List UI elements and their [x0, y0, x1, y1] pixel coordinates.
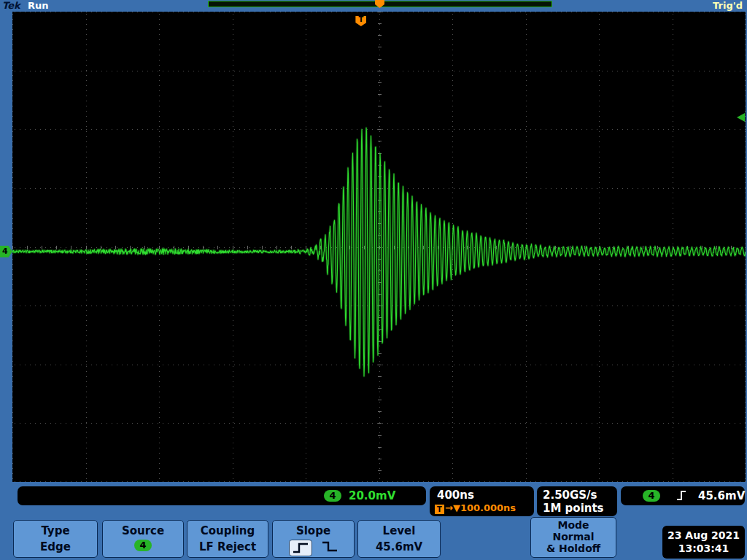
- tek-logo: Tek: [2, 0, 20, 11]
- channel-4-scale-value: 20.0mV: [349, 489, 395, 502]
- waveform-display: [12, 12, 746, 482]
- trigger-slope-icon: [676, 490, 686, 504]
- trigger-level-label: Level: [358, 524, 440, 537]
- waveform-canvas: [12, 12, 746, 482]
- trigger-source-label: Source: [103, 524, 183, 537]
- trigger-type-button[interactable]: Type Edge: [13, 520, 98, 558]
- trigger-status: Trig'd: [713, 0, 743, 11]
- trigger-level-menu-value: 45.6mV: [358, 540, 440, 553]
- channel-4-badge: 4: [324, 490, 341, 502]
- trigger-mode-value: Normal: [531, 531, 616, 542]
- trigger-coupling-value: LF Reject: [187, 540, 268, 553]
- trigger-delay-readout: T→▼100.000ns: [435, 502, 516, 514]
- trigger-source-badge: 4: [643, 490, 660, 502]
- rising-edge-icon[interactable]: [289, 540, 312, 556]
- trigger-coupling-label: Coupling: [187, 524, 268, 537]
- source-channel-badge: 4: [134, 540, 152, 551]
- time-value: 13:03:41: [662, 542, 745, 555]
- trigger-level-arrow-icon[interactable]: [737, 113, 745, 122]
- trigger-coupling-button[interactable]: Coupling LF Reject: [187, 520, 268, 558]
- trigger-mode-label: Mode: [531, 519, 616, 531]
- trigger-type-value: Edge: [14, 540, 97, 553]
- sample-rate-value: 2.50GS/s: [543, 489, 597, 502]
- trigger-mode-value2: & Holdoff: [531, 542, 616, 554]
- trigger-level-button[interactable]: Level 45.6mV: [357, 520, 441, 558]
- trigger-flag-icon: T: [435, 505, 444, 514]
- channel-scale-readout: 4 20.0mV: [18, 486, 426, 505]
- trigger-slope-label: Slope: [273, 524, 354, 537]
- acquisition-readout: 2.50GS/s 1M points: [537, 486, 617, 516]
- datetime-display: 23 Aug 2021 13:03:41: [662, 526, 745, 559]
- channel-4-position-marker[interactable]: 4: [0, 246, 12, 257]
- trigger-level-value: 45.6mV: [698, 489, 745, 502]
- record-length-value: 1M points: [543, 502, 604, 515]
- trigger-source-button[interactable]: Source 4: [102, 520, 184, 558]
- timebase-readout: 400ns T→▼100.000ns: [430, 486, 534, 516]
- trigger-delay-value: 100.000ns: [460, 502, 516, 513]
- trigger-readout: 4 45.6mV: [621, 486, 745, 505]
- falling-edge-icon[interactable]: [321, 540, 338, 556]
- acquisition-run-status: Run: [28, 0, 49, 11]
- trigger-delay-arrow-icon: →▼: [445, 502, 460, 513]
- trigger-type-label: Type: [14, 524, 97, 537]
- trigger-slope-button[interactable]: Slope: [272, 520, 355, 558]
- timebase-value: 400ns: [437, 489, 474, 502]
- date-value: 23 Aug 2021: [662, 529, 745, 542]
- trigger-mode-button[interactable]: Mode Normal & Holdoff: [530, 517, 616, 558]
